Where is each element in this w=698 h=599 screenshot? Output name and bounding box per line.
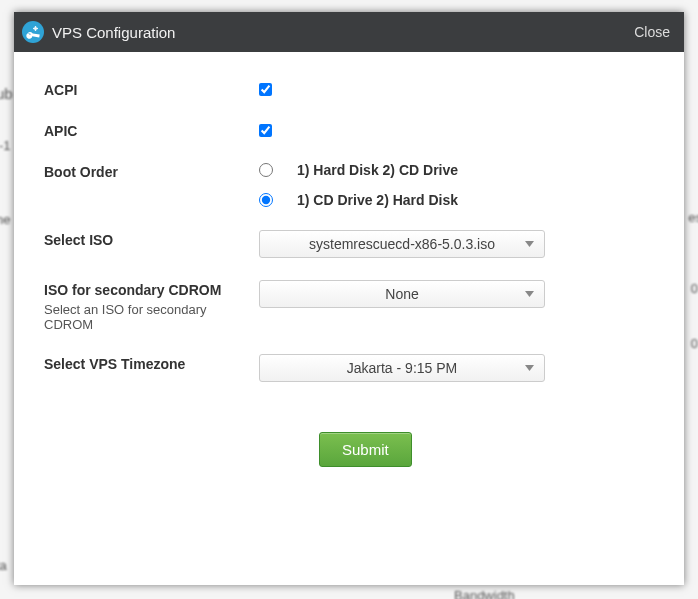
chevron-down-icon [525,365,534,371]
bg-text: l-1 [0,138,10,153]
secondary-iso-value: None [385,286,418,302]
bg-text: ub [0,85,13,102]
select-iso-label: Select ISO [44,230,259,248]
apic-checkbox[interactable] [259,124,272,137]
chevron-down-icon [525,291,534,297]
boot-order-option-label: 1) CD Drive 2) Hard Disk [297,192,458,208]
submit-button[interactable]: Submit [319,432,412,467]
modal-title: VPS Configuration [52,24,175,41]
select-iso-dropdown[interactable]: systemrescuecd-x86-5.0.3.iso [259,230,545,258]
secondary-iso-label: ISO for secondary CDROM [44,282,259,298]
bg-text: 0 [691,281,698,296]
modal-body: ACPI APIC Boot Order 1) Hard Disk 2) CD … [14,52,684,585]
settings-wrench-icon [22,21,44,43]
modal-titlebar: VPS Configuration Close [14,12,684,52]
acpi-label: ACPI [44,80,259,98]
bg-text: ne [0,212,10,227]
bg-text: Bandwidth [454,588,515,599]
vps-config-modal: VPS Configuration Close ACPI APIC Boot O… [14,12,684,585]
apic-label: APIC [44,121,259,139]
bg-text: ta [0,558,7,573]
svg-point-0 [22,21,44,43]
chevron-down-icon [525,241,534,247]
bg-text: 0 [691,336,698,351]
bg-text: es [688,210,698,225]
timezone-label: Select VPS Timezone [44,354,259,372]
timezone-dropdown[interactable]: Jakarta - 9:15 PM [259,354,545,382]
boot-order-option-label: 1) Hard Disk 2) CD Drive [297,162,458,178]
close-button[interactable]: Close [634,24,670,40]
timezone-value: Jakarta - 9:15 PM [347,360,458,376]
boot-order-label: Boot Order [44,162,259,180]
select-iso-value: systemrescuecd-x86-5.0.3.iso [309,236,495,252]
acpi-checkbox[interactable] [259,83,272,96]
secondary-iso-dropdown[interactable]: None [259,280,545,308]
boot-order-radio-hd-first[interactable] [259,163,273,177]
secondary-iso-sublabel: Select an ISO for secondary CDROM [44,302,224,332]
boot-order-radio-cd-first[interactable] [259,193,273,207]
